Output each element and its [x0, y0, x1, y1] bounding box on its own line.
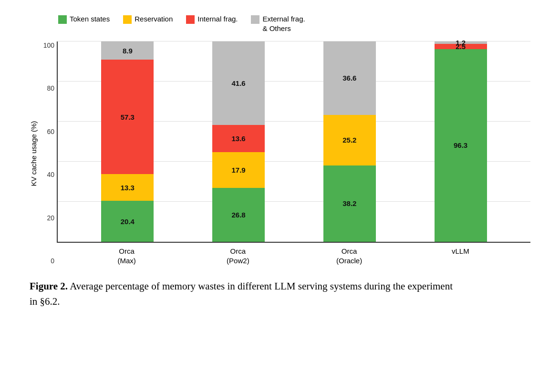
legend-item-internal-frag: Internal frag. — [186, 14, 238, 24]
chart-container: Token statesReservationInternal frag.Ext… — [30, 14, 530, 309]
chart-with-yaxis: KV cache usage (%) 100806040200 20.413.3… — [30, 41, 530, 266]
bar-segment-reservation: 25.2 — [323, 115, 376, 165]
bar-segment-token-states: 20.4 — [101, 201, 154, 242]
bar-2: 38.225.236.6 — [323, 41, 376, 242]
bar-segment-token-states: 26.8 — [212, 188, 265, 242]
legend-label-external-frag: External frag. & Others — [262, 14, 305, 33]
bar-segment-internal-frag: 13.6 — [212, 125, 265, 152]
legend-item-reservation: Reservation — [123, 14, 173, 24]
bar-segment-reservation: 13.3 — [101, 174, 154, 201]
bar-wrapper-2: 38.225.236.6 — [323, 41, 376, 242]
bar-segment-external-frag: 36.6 — [323, 41, 376, 115]
y-tick-60: 60 — [47, 128, 57, 135]
bar-wrapper-1: 26.817.913.641.6 — [212, 41, 265, 242]
bar-segment-internal-frag: 57.3 — [101, 60, 154, 175]
y-tick-0: 0 — [51, 257, 57, 265]
y-axis-title: KV cache usage (%) — [30, 41, 38, 266]
bar-segment-external-frag: 41.6 — [212, 41, 265, 125]
x-label-1: Orca (Pow2) — [212, 247, 264, 266]
legend: Token statesReservationInternal frag.Ext… — [58, 14, 530, 33]
x-axis-labels: Orca (Max)Orca (Pow2)Orca (Oracle)vLLM — [57, 247, 530, 266]
bars-group: 20.413.357.38.926.817.913.641.638.225.23… — [58, 41, 530, 242]
legend-swatch-internal-frag — [186, 15, 195, 24]
y-tick-20: 20 — [47, 214, 57, 222]
legend-label-reservation: Reservation — [135, 14, 173, 24]
bar-0: 20.413.357.38.9 — [101, 41, 154, 242]
bar-3: 96.32.51.2 — [435, 41, 487, 242]
legend-item-external-frag: External frag. & Others — [251, 14, 305, 33]
y-axis-ticks: 100806040200 — [40, 41, 57, 266]
y-tick-100: 100 — [43, 41, 57, 49]
legend-label-internal-frag: Internal frag. — [197, 14, 238, 24]
chart-inner: 20.413.357.38.926.817.913.641.638.225.23… — [57, 41, 530, 266]
x-label-2: Orca (Oracle) — [323, 247, 375, 266]
legend-item-token-states: Token states — [58, 14, 110, 24]
x-label-3: vLLM — [434, 247, 487, 266]
legend-label-token-states: Token states — [70, 14, 110, 24]
figure-caption-prefix: Figure 2. — [30, 280, 68, 292]
figure-caption-text: Average percentage of memory wastes in d… — [30, 280, 453, 307]
y-tick-80: 80 — [47, 84, 57, 92]
legend-swatch-reservation — [123, 15, 132, 24]
bar-segment-token-states: 38.2 — [323, 165, 376, 242]
bar-segment-external-frag: 8.9 — [101, 41, 154, 59]
bar-segment-reservation: 17.9 — [212, 152, 265, 188]
chart-plot: 20.413.357.38.926.817.913.641.638.225.23… — [57, 41, 530, 243]
bar-wrapper-0: 20.413.357.38.9 — [101, 41, 154, 242]
y-tick-40: 40 — [47, 171, 57, 178]
bar-1: 26.817.913.641.6 — [212, 41, 265, 242]
figure-caption: Figure 2. Average percentage of memory w… — [30, 279, 459, 309]
bar-segment-external-frag: 1.2 — [435, 41, 487, 44]
legend-swatch-external-frag — [251, 15, 259, 24]
legend-swatch-token-states — [58, 15, 67, 24]
bar-segment-token-states: 96.3 — [435, 49, 487, 242]
bar-wrapper-3: 96.32.51.2 — [435, 41, 487, 242]
x-label-0: Orca (Max) — [101, 247, 153, 266]
